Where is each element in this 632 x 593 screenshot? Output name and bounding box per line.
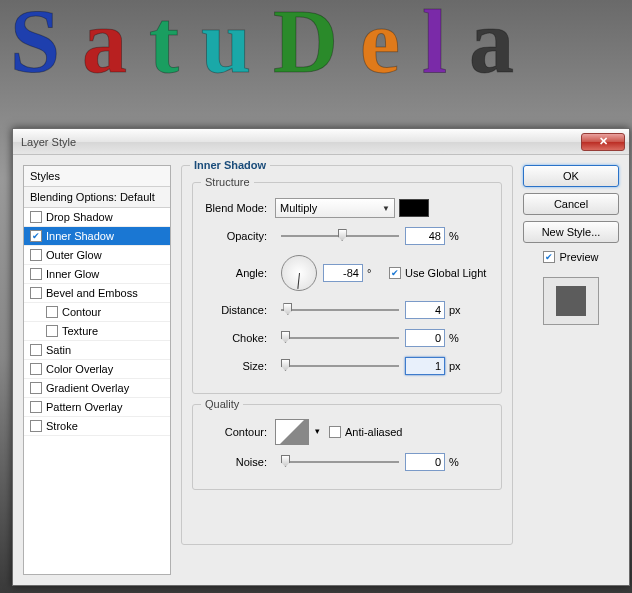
style-label: Drop Shadow [46,211,113,223]
style-item-drop-shadow[interactable]: Drop Shadow [24,208,170,227]
style-label: Satin [46,344,71,356]
style-label: Gradient Overlay [46,382,129,394]
bg-letter: D [273,0,338,93]
size-slider[interactable] [275,356,405,376]
style-label: Contour [62,306,101,318]
cancel-button[interactable]: Cancel [523,193,619,215]
choke-label: Choke: [203,332,275,344]
bg-letter: t [149,0,179,93]
opacity-label: Opacity: [203,230,275,242]
style-item-texture[interactable]: Texture [24,322,170,341]
style-checkbox[interactable] [30,401,42,413]
style-label: Bevel and Emboss [46,287,138,299]
style-checkbox[interactable] [30,420,42,432]
style-checkbox[interactable] [30,363,42,375]
preview-label: Preview [559,251,598,263]
global-light-label: Use Global Light [405,267,486,279]
blend-mode-label: Blend Mode: [203,202,275,214]
style-checkbox[interactable]: ✔ [30,230,42,242]
style-item-outer-glow[interactable]: Outer Glow [24,246,170,265]
shadow-color-swatch[interactable] [399,199,429,217]
style-checkbox[interactable] [30,268,42,280]
style-item-inner-shadow[interactable]: ✔Inner Shadow [24,227,170,246]
global-light-checkbox[interactable]: ✔ [389,267,401,279]
opacity-input[interactable] [405,227,445,245]
titlebar[interactable]: Layer Style ✕ [13,129,629,155]
noise-slider[interactable] [275,452,405,472]
layer-style-dialog: Layer Style ✕ Styles Blending Options: D… [12,128,630,586]
distance-label: Distance: [203,304,275,316]
style-label: Pattern Overlay [46,401,122,413]
settings-panel: Inner Shadow Structure Blend Mode: Multi… [181,165,513,575]
opacity-slider[interactable] [275,226,405,246]
style-label: Stroke [46,420,78,432]
style-item-bevel-and-emboss[interactable]: Bevel and Emboss [24,284,170,303]
bg-letter: e [360,0,400,93]
style-item-gradient-overlay[interactable]: Gradient Overlay [24,379,170,398]
size-input[interactable] [405,357,445,375]
style-label: Texture [62,325,98,337]
style-checkbox[interactable] [30,249,42,261]
style-item-pattern-overlay[interactable]: Pattern Overlay [24,398,170,417]
anti-aliased-label: Anti-aliased [345,426,402,438]
style-item-contour[interactable]: Contour [24,303,170,322]
blending-options-header[interactable]: Blending Options: Default [24,187,170,208]
quality-title: Quality [201,398,243,410]
contour-picker[interactable] [275,419,309,445]
structure-title: Structure [201,176,254,188]
style-label: Inner Glow [46,268,99,280]
style-label: Outer Glow [46,249,102,261]
distance-slider[interactable] [275,300,405,320]
bg-letter: S [10,0,60,93]
style-item-stroke[interactable]: Stroke [24,417,170,436]
anti-aliased-checkbox[interactable] [329,426,341,438]
ok-button[interactable]: OK [523,165,619,187]
noise-label: Noise: [203,456,275,468]
style-item-inner-glow[interactable]: Inner Glow [24,265,170,284]
new-style-button[interactable]: New Style... [523,221,619,243]
style-item-satin[interactable]: Satin [24,341,170,360]
angle-dial[interactable] [281,255,317,291]
style-checkbox[interactable] [30,287,42,299]
distance-input[interactable] [405,301,445,319]
angle-label: Angle: [203,267,275,279]
noise-input[interactable] [405,453,445,471]
bg-letter: a [82,0,127,93]
style-checkbox[interactable] [46,306,58,318]
blend-mode-select[interactable]: Multiply [275,198,395,218]
panel-title: Inner Shadow [190,159,270,171]
dialog-buttons: OK Cancel New Style... ✔ Preview [523,165,619,575]
styles-list: Styles Blending Options: Default Drop Sh… [23,165,171,575]
bg-letter: l [422,0,447,93]
preview-checkbox[interactable]: ✔ [543,251,555,263]
style-label: Inner Shadow [46,230,114,242]
style-checkbox[interactable] [46,325,58,337]
style-item-color-overlay[interactable]: Color Overlay [24,360,170,379]
style-checkbox[interactable] [30,382,42,394]
styles-header[interactable]: Styles [24,166,170,187]
style-checkbox[interactable] [30,344,42,356]
size-label: Size: [203,360,275,372]
close-button[interactable]: ✕ [581,133,625,151]
bg-letter: u [201,0,251,93]
bg-letter: a [469,0,514,93]
style-label: Color Overlay [46,363,113,375]
choke-input[interactable] [405,329,445,347]
background-3d-text: SatuDela [0,0,632,93]
style-checkbox[interactable] [30,211,42,223]
choke-slider[interactable] [275,328,405,348]
preview-swatch [543,277,599,325]
close-icon: ✕ [599,135,608,148]
angle-input[interactable] [323,264,363,282]
contour-label: Contour: [203,426,275,438]
dialog-title: Layer Style [21,136,581,148]
